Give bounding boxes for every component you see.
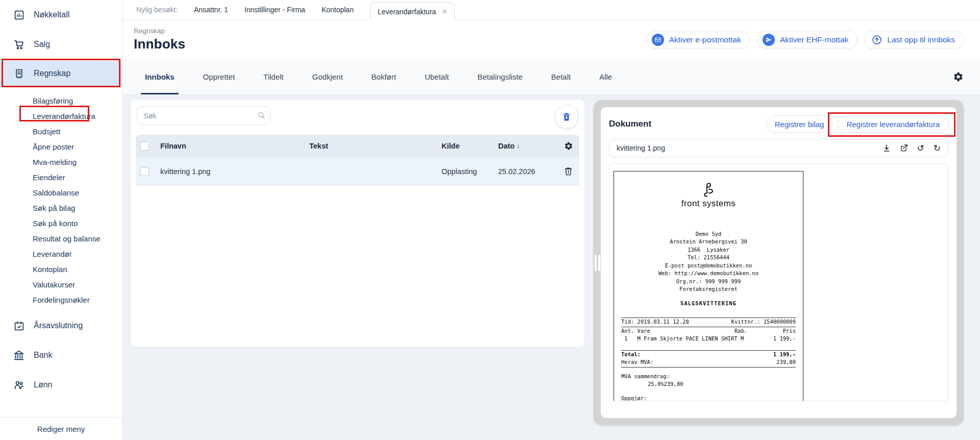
receipt-address-line: 1366 Lysaker [621, 246, 796, 254]
document-preview[interactable]: front systems Demo Syd Arnstein Arneberg… [609, 163, 948, 401]
receipt-title: SALGSKVITTERING [621, 300, 796, 308]
panel-resize-handle[interactable] [595, 255, 601, 271]
tab-godkjent[interactable]: Godkjent [312, 59, 343, 94]
register-leverandorfaktura-button[interactable]: Registrer leverandørfaktura [838, 115, 948, 133]
table-row[interactable]: kvittering 1.png Opplasting 25.02.2026 [136, 157, 579, 186]
receipt-image: front systems Demo Syd Arnstein Arneberg… [614, 171, 803, 401]
sidebar-item-apne-poster[interactable]: Åpne poster [0, 139, 122, 154]
column-header-dato[interactable]: Dato ↓ [498, 142, 558, 150]
page-header: Regnskap Innboks Aktiver e-postmottak Ak… [122, 20, 980, 59]
receipt-col-vare: Ant. Vare [621, 327, 734, 335]
sidebar-item-resultat-og-balanse[interactable]: Resultat og balanse [0, 231, 122, 246]
upload-icon [872, 35, 882, 45]
sidebar-item-label: Lønn [34, 380, 52, 389]
sidebar-item-saldobalanse[interactable]: Saldobalanse [0, 185, 122, 200]
row-trash-icon[interactable] [564, 166, 573, 176]
page-title: Innboks [134, 36, 185, 52]
column-header-kilde[interactable]: Kilde [442, 142, 498, 150]
rotate-right-icon[interactable]: ↻ [934, 144, 941, 153]
tab-bokfort[interactable]: Bokført [372, 59, 396, 94]
recent-item-ansattnr[interactable]: Ansattnr. 1 [194, 6, 228, 14]
sidebar: Nøkkeltall Salg Regnskap Bilagsføring Le… [0, 0, 122, 440]
receipt-oppgjor-label: Oppgjør: [621, 395, 796, 402]
tab-ubetalt[interactable]: Ubetalt [425, 59, 449, 94]
tabstrip-settings-gear-icon[interactable] [953, 71, 964, 82]
bank-icon [13, 350, 24, 361]
inbox-list-card: Filnavn Tekst Kilde Dato ↓ kvit [131, 100, 584, 347]
recent-item-kontoplan[interactable]: Kontoplan [322, 6, 354, 14]
register-bilag-button[interactable]: Registrer bilag [766, 115, 833, 133]
rotate-left-icon[interactable]: ↺ [917, 144, 924, 153]
sidebar-item-regnskap[interactable]: Regnskap [0, 61, 122, 86]
row-dato: 25.02.2026 [498, 167, 558, 176]
edit-menu-button[interactable]: Rediger meny [0, 417, 122, 440]
sidebar-item-valutakurser[interactable]: Valutakurser [0, 277, 122, 292]
column-header-filnavn[interactable]: Filnavn [160, 142, 309, 150]
sidebar-item-fordelingsnokler[interactable]: Fordelingsnøkler [0, 292, 122, 307]
sidebar-item-lonn[interactable]: Lønn [0, 373, 122, 397]
breadcrumb: Regnskap [134, 27, 185, 35]
receipt-col-rab: Rab. [734, 327, 771, 335]
recent-item-innstillinger-firma[interactable]: Innstillinger - Firma [244, 6, 305, 14]
recent-tab-leverandorfaktura[interactable]: Leverandørfaktura × [370, 2, 455, 20]
receipt-mva-label: Herav MVA: [621, 358, 653, 366]
sidebar-item-budsjett[interactable]: Budsjett [0, 124, 122, 139]
sidebar-item-sok-pa-konto[interactable]: Søk på konto [0, 215, 122, 231]
open-external-icon[interactable] [900, 144, 908, 152]
sidebar-item-leverandorfaktura[interactable]: Leverandørfaktura [0, 108, 122, 124]
bar-chart-icon [13, 9, 24, 20]
sidebar-item-eiendeler[interactable]: Eiendeler [0, 169, 122, 185]
main-area: Nylig besøkt: Ansattnr. 1 Innstillinger … [122, 0, 980, 440]
sidebar-item-label: Salg [34, 40, 50, 49]
delete-selected-button[interactable] [555, 105, 578, 129]
tab-tildelt[interactable]: Tildelt [263, 59, 283, 94]
search-input[interactable] [137, 106, 271, 125]
receipt-item-price: 1 199,- [773, 335, 796, 343]
sidebar-item-salg[interactable]: Salg [0, 33, 122, 56]
row-checkbox[interactable] [140, 167, 149, 176]
close-icon[interactable]: × [442, 8, 447, 16]
sidebar-item-bank[interactable]: Bank [0, 344, 122, 367]
recently-visited-label: Nylig besøkt: [136, 6, 178, 14]
calendar-check-icon [13, 320, 24, 331]
receipt-address-line: Demo Syd [621, 230, 796, 238]
sidebar-item-label: Årsavslutning [34, 321, 83, 330]
sidebar-item-label: Bank [34, 351, 52, 360]
status-tabstrip: Innboks Opprettet Tildelt Godkjent Bokfø… [122, 59, 980, 95]
tab-betalt[interactable]: Betalt [551, 59, 571, 94]
receipt-time: Tid: 2019.03.11 12.28 [621, 318, 689, 326]
sidebar-item-leverandor[interactable]: Leverandør [0, 246, 122, 261]
tab-betalingsliste[interactable]: Betalingsliste [477, 59, 522, 94]
tab-opprettet[interactable]: Opprettet [203, 59, 235, 94]
document-panel: Dokument Registrer bilag Registrer lever… [594, 100, 964, 425]
download-icon[interactable] [883, 144, 891, 152]
receipt-mva-value: 239,80 [776, 358, 796, 366]
activate-ehf-receive-button[interactable]: Aktiver EHF-mottak [757, 31, 857, 49]
receipt-item: 1 M Fram Skjorte PACE LINEN SHIRT M [621, 335, 744, 343]
recently-visited-bar: Nylig besøkt: Ansattnr. 1 Innstillinger … [122, 0, 980, 20]
sidebar-item-bilagsforing[interactable]: Bilagsføring [0, 93, 122, 108]
table-settings-gear-icon[interactable] [564, 141, 573, 151]
sidebar-item-sok-pa-bilag[interactable]: Søk på bilag [0, 200, 122, 215]
column-header-tekst[interactable]: Tekst [309, 142, 442, 150]
sidebar-item-label: Regnskap [34, 69, 70, 78]
front-systems-logo [621, 181, 796, 199]
sidebar-item-arsavslutning[interactable]: Årsavslutning [0, 314, 122, 337]
document-panel-title: Dokument [609, 119, 651, 129]
sidebar-item-nokkeltall[interactable]: Nøkkeltall [0, 3, 122, 27]
cart-icon [13, 39, 24, 50]
file-toolbar: kvittering 1.png ↺ ↻ [609, 139, 948, 157]
file-name: kvittering 1.png [617, 144, 665, 152]
receipt-address-line: Arnstein Arnebergsvei 30 [621, 238, 796, 246]
activate-email-receive-button[interactable]: Aktiver e-postmottak [646, 31, 750, 49]
sort-desc-icon: ↓ [517, 142, 520, 150]
upload-to-inbox-button[interactable]: Last opp til innboks [864, 31, 964, 49]
tab-innboks[interactable]: Innboks [145, 59, 175, 94]
receipt-address-line: Tel: 21556444 [621, 254, 796, 262]
sidebar-item-label: Nøkkeltall [34, 10, 69, 19]
sidebar-item-mva-melding[interactable]: Mva-melding [0, 154, 122, 169]
sidebar-item-kontoplan[interactable]: Kontoplan [0, 261, 122, 277]
tab-alle[interactable]: Alle [599, 59, 612, 94]
receipt-address-line: E-post post@demobutikken.no [621, 262, 796, 270]
select-all-checkbox[interactable] [140, 141, 149, 151]
